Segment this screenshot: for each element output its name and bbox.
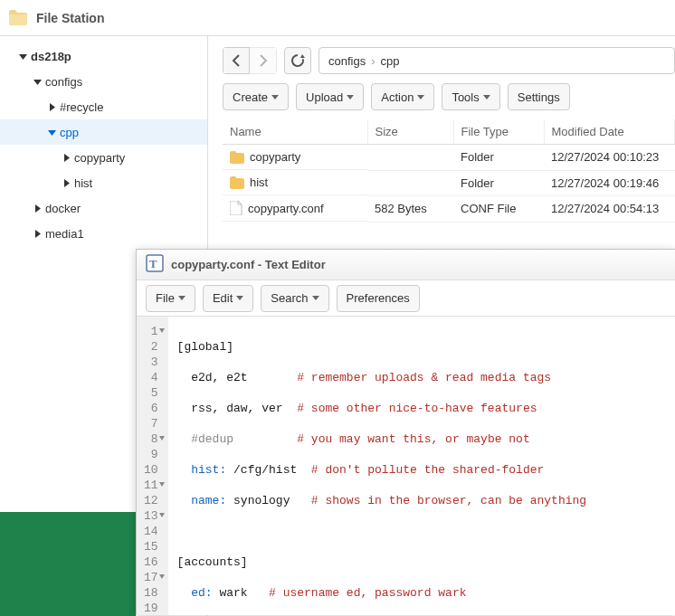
file-menu[interactable]: File	[146, 285, 195, 312]
reload-icon	[290, 53, 305, 68]
text-editor-icon: T	[146, 254, 164, 275]
history-nav	[223, 47, 277, 74]
svg-marker-5	[64, 179, 70, 187]
button-label: Create	[233, 90, 268, 104]
caret-down-icon	[347, 95, 354, 100]
file-name: copyparty.conf	[248, 202, 324, 215]
tree-node-label: media1	[45, 227, 84, 241]
tree-node-cpp[interactable]: cpp	[0, 119, 207, 145]
folder-icon	[230, 151, 244, 164]
svg-marker-11	[159, 328, 165, 333]
folder-icon	[7, 7, 29, 29]
chevron-right-icon	[33, 204, 42, 213]
tree-node-media1[interactable]: media1	[0, 221, 207, 246]
line-gutter: 1 2 3 4 5 6 7 8 9 10 11 12 13 14 15 16 1…	[137, 317, 168, 615]
svg-marker-12	[159, 436, 165, 441]
code-editor[interactable]: 1 2 3 4 5 6 7 8 9 10 11 12 13 14 15 16 1…	[137, 317, 675, 615]
tree-root-label: ds218p	[31, 50, 71, 63]
caret-down-icon	[312, 296, 319, 300]
background-panel	[0, 512, 136, 616]
tree-node-configs[interactable]: configs	[0, 69, 207, 94]
svg-marker-8	[300, 54, 305, 58]
tree-node-label: #recycle	[60, 100, 103, 114]
tree-root[interactable]: ds218p	[0, 43, 207, 69]
caret-down-icon	[483, 95, 490, 100]
col-modified[interactable]: Modified Date	[544, 119, 675, 145]
button-label: Settings	[518, 90, 560, 104]
tree-node-label: docker	[45, 202, 81, 215]
file-size: 582 Bytes	[367, 195, 453, 222]
search-menu[interactable]: Search	[261, 285, 328, 312]
caret-down-icon	[417, 95, 424, 100]
action-button[interactable]: Action	[371, 83, 434, 110]
tree-node-copyparty[interactable]: copyparty	[0, 145, 207, 170]
tree-node-label: configs	[45, 75, 82, 89]
back-button[interactable]	[223, 47, 250, 74]
svg-marker-0	[19, 54, 27, 60]
tree-node-hist[interactable]: hist	[0, 170, 207, 195]
file-name: copyparty	[250, 150, 300, 164]
menu-label: File	[156, 291, 175, 305]
chevron-right-icon	[62, 153, 71, 162]
file-name: hist	[250, 175, 268, 189]
chevron-down-icon	[33, 77, 42, 86]
svg-marker-1	[33, 80, 42, 85]
text-editor-window: T copyparty.conf - Text Editor File Edit…	[136, 249, 675, 615]
svg-marker-7	[35, 230, 41, 238]
col-type[interactable]: File Type	[453, 119, 544, 145]
editor-title: copyparty.conf - Text Editor	[171, 258, 326, 271]
table-row[interactable]: hist Folder 12/27/2024 00:19:46	[223, 170, 675, 195]
editor-title-bar[interactable]: T copyparty.conf - Text Editor	[137, 250, 675, 280]
svg-marker-13	[159, 482, 165, 487]
upload-button[interactable]: Upload	[296, 83, 364, 110]
chevron-down-icon	[47, 128, 56, 137]
tools-button[interactable]: Tools	[442, 83, 499, 110]
tree-node-docker[interactable]: docker	[0, 195, 207, 221]
menu-label: Search	[271, 291, 308, 305]
file-table: Name Size File Type Modified Date copypa…	[223, 119, 675, 223]
folder-icon	[230, 176, 244, 189]
button-label: Action	[381, 90, 414, 104]
col-name[interactable]: Name	[223, 119, 367, 145]
file-modified: 12/27/2024 00:19:46	[544, 170, 675, 195]
chevron-right-icon	[62, 178, 71, 187]
col-size[interactable]: Size	[367, 119, 453, 145]
forward-button[interactable]	[250, 47, 277, 74]
svg-marker-3	[48, 130, 56, 136]
file-modified: 12/27/2024 00:10:23	[544, 145, 675, 171]
preferences-button[interactable]: Preferences	[337, 285, 420, 312]
app-title: File Station	[36, 11, 104, 25]
svg-marker-6	[35, 204, 41, 213]
svg-marker-4	[64, 154, 70, 162]
breadcrumb-item[interactable]: configs	[328, 54, 366, 68]
breadcrumb-item[interactable]: cpp	[381, 54, 400, 68]
reload-button[interactable]	[284, 47, 311, 74]
table-row[interactable]: copyparty.conf 582 Bytes CONF File 12/27…	[223, 195, 675, 222]
chevron-right-icon	[47, 102, 56, 111]
edit-menu[interactable]: Edit	[203, 285, 253, 312]
tree-node-label: copyparty	[74, 151, 125, 165]
svg-marker-14	[159, 513, 165, 517]
svg-marker-2	[50, 103, 55, 111]
chevron-right-icon	[259, 54, 268, 67]
settings-button[interactable]: Settings	[508, 83, 570, 110]
chevron-left-icon	[232, 54, 241, 67]
file-icon	[230, 201, 242, 215]
tree-node-recycle[interactable]: #recycle	[0, 94, 207, 119]
caret-down-icon	[178, 296, 185, 300]
chevron-right-icon	[33, 229, 42, 238]
code-content[interactable]: [global] e2d, e2t # remember uploads & r…	[168, 317, 610, 615]
button-label: Tools	[452, 90, 479, 104]
caret-down-icon	[236, 296, 243, 300]
create-button[interactable]: Create	[223, 83, 289, 110]
chevron-right-icon: ›	[371, 54, 375, 68]
table-row[interactable]: copyparty Folder 12/27/2024 00:10:23	[223, 145, 675, 171]
tree-node-label: cpp	[60, 126, 79, 139]
file-type: Folder	[453, 170, 544, 195]
breadcrumb[interactable]: configs › cpp	[318, 47, 675, 74]
file-size	[367, 145, 453, 171]
file-size	[367, 170, 453, 195]
file-type: Folder	[453, 145, 544, 171]
app-title-bar: File Station	[0, 0, 675, 36]
svg-text:T: T	[149, 257, 157, 270]
